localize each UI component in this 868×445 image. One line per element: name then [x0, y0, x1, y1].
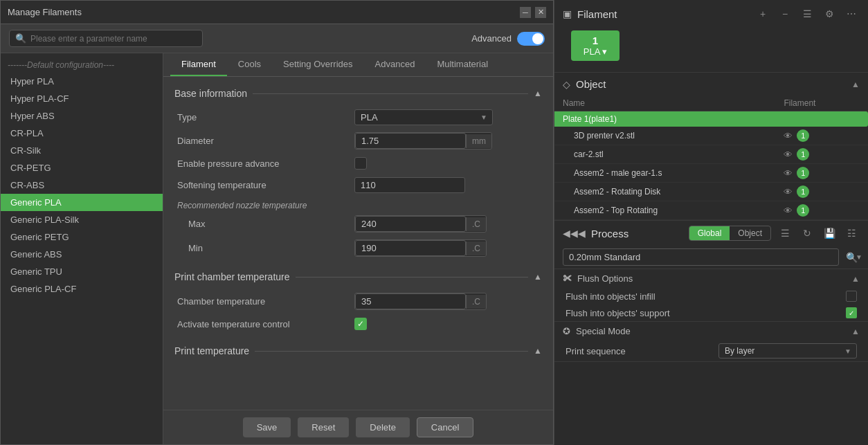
eye-btn-0[interactable]: 👁 [784, 131, 793, 141]
special-mode-collapse-btn[interactable]: ▲ [851, 327, 860, 336]
nozzle-min-unit-wrap: .C [354, 239, 487, 257]
process-list-btn[interactable]: ☰ [777, 225, 793, 242]
object-collapse-btn[interactable]: ▲ [851, 80, 860, 89]
process-select[interactable]: 0.20mm Standard [563, 248, 839, 266]
dialog-title: Manage Filaments [8, 7, 82, 17]
tab-multimaterial[interactable]: Multimaterial [426, 53, 499, 76]
advanced-toggle-row: Advanced [471, 32, 545, 46]
num-badge-0: 1 [797, 129, 809, 142]
tab-advanced[interactable]: Advanced [364, 53, 426, 76]
tab-setting-overrides[interactable]: Setting Overrides [272, 53, 363, 76]
print-sequence-label: Print sequence [566, 346, 713, 356]
num-badge-3: 1 [797, 185, 809, 198]
sidebar-item-generic-petg[interactable]: Generic PETG [1, 228, 163, 246]
object-section: ◇ Object ▲ Name Filament Plate 1(plate1)… [554, 73, 868, 221]
chamber-temp-input[interactable] [355, 293, 466, 309]
pressure-advance-row: Enable pressure advance [174, 153, 542, 174]
filament-badge[interactable]: 1 PLA ▾ [571, 30, 620, 61]
print-temp-collapse-btn[interactable]: ▲ [534, 346, 542, 356]
sidebar-item-hyper-abs[interactable]: Hyper ABS [1, 107, 163, 125]
special-mode-icon: ✪ [563, 326, 570, 336]
minimize-button[interactable]: ─ [520, 7, 531, 18]
right-panel: ▣ Filament + − ☰ ⚙ ⋯ 1 PLA ▾ ◇ Object ▲ … [554, 0, 868, 445]
flush-infill-checkbox[interactable] [846, 291, 857, 302]
process-tab-global[interactable]: Global [689, 226, 730, 240]
print-sequence-select-wrap: By layer ▼ [718, 343, 857, 358]
nozzle-min-input[interactable] [355, 240, 466, 256]
sidebar-item-cr-pla[interactable]: CR-PLA [1, 125, 163, 142]
cancel-button[interactable]: Cancel [417, 417, 473, 437]
softening-temp-row: Softening temperature [174, 174, 542, 197]
type-select[interactable]: PLA ABS PETG TPU PLA-CF [354, 109, 493, 125]
sidebar-item-generic-pla-silk[interactable]: Generic PLA-Silk [1, 211, 163, 228]
filament-more-btn[interactable]: ⋯ [843, 6, 860, 22]
sidebar-item-hyper-pla-cf[interactable]: Hyper PLA-CF [1, 90, 163, 107]
tab-cools[interactable]: Cools [227, 53, 272, 76]
softening-temp-input[interactable] [354, 177, 465, 193]
chamber-temp-label: Chamber temperature [174, 296, 354, 307]
obj-filament-0: 👁 1 [775, 127, 868, 145]
chamber-temp-unit-wrap: .C [354, 293, 487, 310]
pressure-advance-checkbox[interactable] [354, 157, 367, 170]
type-row: Type PLA ABS PETG TPU PLA-CF ▼ [174, 106, 542, 129]
flush-support-checkbox[interactable]: ✓ [846, 307, 857, 318]
advanced-toggle-switch[interactable] [517, 32, 545, 46]
process-tab-object[interactable]: Object [730, 226, 770, 240]
eye-btn-2[interactable]: 👁 [784, 168, 793, 179]
process-save-btn[interactable]: 💾 [821, 225, 838, 242]
base-info-collapse-btn[interactable]: ▲ [534, 89, 542, 98]
sidebar-item-cr-silk[interactable]: CR-Silk [1, 142, 163, 159]
diameter-input[interactable] [355, 133, 466, 149]
sidebar-item-generic-abs[interactable]: Generic ABS [1, 246, 163, 263]
search-bar: 🔍 Advanced [1, 24, 553, 53]
reset-button[interactable]: Reset [298, 417, 349, 437]
print-temp-section-header: Print temperature ▲ [174, 345, 542, 356]
close-button[interactable]: ✕ [535, 7, 546, 18]
sidebar-item-generic-pla[interactable]: Generic PLA [1, 194, 163, 211]
sidebar-item-cr-petg[interactable]: CR-PETG [1, 159, 163, 176]
nozzle-min-label: Min [174, 243, 354, 253]
eye-btn-1[interactable]: 👁 [784, 149, 793, 160]
eye-btn-3[interactable]: 👁 [784, 187, 793, 197]
filament-list-btn[interactable]: ☰ [799, 6, 815, 22]
type-select-wrap: PLA ABS PETG TPU PLA-CF ▼ [354, 109, 493, 125]
sidebar-item-cr-abs[interactable]: CR-ABS [1, 176, 163, 194]
filament-section: ▣ Filament + − ☰ ⚙ ⋯ 1 PLA ▾ [554, 0, 868, 73]
activate-temp-checkbox[interactable] [354, 318, 367, 330]
filament-icon: ▣ [563, 8, 572, 19]
plate-row[interactable]: Plate 1(plate1) [554, 111, 868, 127]
search-input[interactable] [30, 34, 197, 44]
tab-filament[interactable]: Filament [170, 53, 227, 76]
delete-button[interactable]: Delete [356, 417, 410, 437]
add-filament-btn[interactable]: + [754, 6, 771, 22]
obj-name-4: Assem2 - Top Rotating [554, 201, 775, 220]
special-mode-header: ✪ Special Mode ▲ [554, 322, 868, 340]
sidebar-item-generic-pla-cf[interactable]: Generic PLA-CF [1, 280, 163, 298]
process-compare-btn[interactable]: ☷ [843, 225, 860, 242]
save-button[interactable]: Save [243, 417, 291, 437]
titlebar-buttons: ─ ✕ [520, 7, 546, 18]
remove-filament-btn[interactable]: − [777, 6, 793, 22]
nozzle-max-unit: .C [466, 217, 486, 231]
diameter-input-unit-wrap: mm [354, 132, 492, 149]
print-sequence-select[interactable]: By layer [718, 343, 857, 358]
process-refresh-btn[interactable]: ↻ [799, 225, 815, 242]
print-chamber-collapse-btn[interactable]: ▲ [534, 272, 542, 282]
sidebar-item-generic-tpu[interactable]: Generic TPU [1, 263, 163, 280]
sidebar-item-hyper-pla[interactable]: Hyper PLA [1, 73, 163, 90]
process-search-btn[interactable]: 🔍 [843, 249, 860, 266]
plate-label: Plate 1(plate1) [554, 111, 868, 127]
print-chamber-title: Print chamber temperature [174, 271, 290, 282]
filament-settings-btn[interactable]: ⚙ [821, 6, 838, 22]
flush-collapse-btn[interactable]: ▲ [851, 274, 860, 284]
obj-filament-4: 👁 1 [775, 201, 868, 220]
table-row: Assem2 - Rotating Disk 👁 1 [554, 183, 868, 201]
eye-btn-4[interactable]: 👁 [784, 206, 793, 216]
nozzle-max-input-wrap: .C [354, 215, 542, 233]
pressure-advance-input-wrap [354, 157, 542, 170]
nozzle-max-label: Max [174, 219, 354, 229]
nozzle-max-input[interactable] [355, 216, 466, 232]
advanced-label: Advanced [471, 33, 512, 44]
nozzle-max-unit-wrap: .C [354, 215, 487, 233]
obj-name-3: Assem2 - Rotating Disk [554, 183, 775, 201]
